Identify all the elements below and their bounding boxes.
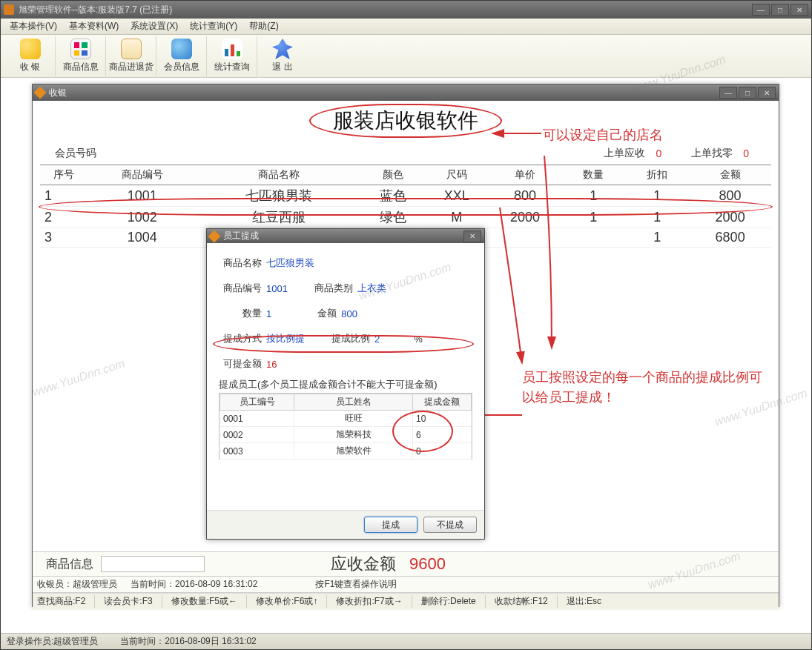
status-outer-now: 当前时间：2016-08-09日 16:31:02 [120, 635, 256, 648]
commission-ok-button[interactable]: 提成 [364, 517, 417, 533]
chart-icon [222, 39, 242, 59]
toolbar-member[interactable]: 会员信息 [156, 36, 207, 76]
dlg-method-value: 按比例提 [266, 332, 305, 345]
col-size: 尺码 [425, 165, 489, 185]
dlg-amt-label: 金额 [294, 307, 337, 320]
emp-row[interactable]: 0003旭荣软件0 [220, 443, 472, 460]
users-icon [171, 39, 192, 59]
menu-stats[interactable]: 统计查询(Y) [185, 19, 242, 34]
emp-row[interactable]: 0002旭荣科技6 [220, 427, 472, 443]
coin-icon [20, 39, 41, 59]
cashier-close[interactable]: ✕ [758, 87, 776, 99]
product-info-row: 商品信息 应收金额 9600 [33, 551, 779, 577]
clipboard-icon [121, 39, 142, 59]
store-title: 服装店收银软件 [309, 104, 502, 138]
last-change-value: 0 [743, 147, 749, 159]
emp-col-amt: 提成金额 [413, 394, 472, 411]
maximize-button[interactable]: □ [771, 4, 789, 16]
toolbar-stats[interactable]: 统计查询 [207, 36, 257, 76]
commission-title: 员工提成 [223, 230, 259, 242]
toolbar-exit[interactable]: 退 出 [257, 36, 308, 76]
dlg-product-name-label: 商品名称 [219, 256, 262, 270]
col-color: 颜色 [361, 165, 425, 185]
product-info-input[interactable] [101, 556, 205, 572]
commission-close[interactable]: ✕ [463, 231, 481, 242]
menubar: 基本操作(V) 基本资料(W) 系统设置(X) 统计查询(Y) 帮助(Z) [1, 19, 811, 35]
menu-basic-data[interactable]: 基本资料(W) [65, 19, 123, 34]
emp-row[interactable]: 0001旺旺10 [220, 411, 472, 427]
status-now-value: 2016-08-09 16:31:02 [175, 579, 257, 589]
commission-dialog: 员工提成 ✕ 商品名称 七匹狼男装 商品编号 1001 [206, 228, 485, 540]
col-name: 商品名称 [197, 165, 360, 185]
cashier-icon [34, 87, 47, 99]
dlg-ratio-unit: % [414, 334, 423, 345]
commission-employee-table[interactable]: 员工编号 员工姓名 提成金额 0001旺旺100002旭荣科技60003旭荣软件… [219, 394, 472, 460]
cashier-header-row: 会员号码 上单应收 0 上单找零 0 [40, 144, 771, 165]
sk-f5: 修改数量:F5或← [171, 595, 247, 608]
commission-titlebar: 员工提成 ✕ [207, 229, 484, 243]
dlg-cat-label: 商品类别 [310, 282, 353, 295]
col-seq: 序号 [40, 165, 88, 185]
sk-f12: 收款结帐:F12 [495, 595, 558, 608]
minimize-button[interactable]: — [752, 4, 770, 16]
sk-esc: 退出:Esc [567, 595, 610, 608]
app-icon [4, 4, 14, 15]
emp-col-name: 员工姓名 [294, 394, 413, 411]
table-row[interactable]: 11001七匹狼男装蓝色XXL80011800 [40, 185, 771, 207]
emp-col-id: 员工编号 [220, 394, 294, 411]
dlg-cat-value: 上衣类 [357, 282, 386, 295]
toolbar-cashier-label: 收 银 [20, 61, 40, 73]
toolbar-member-label: 会员信息 [164, 61, 199, 73]
total-due-value: 9600 [409, 554, 446, 574]
dlg-note: 提成员工(多个员工提成金额合计不能大于可提金额) [219, 378, 472, 391]
menu-basic-ops[interactable]: 基本操作(V) [5, 19, 62, 34]
menu-help[interactable]: 帮助(Z) [245, 19, 283, 34]
close-button[interactable]: ✕ [790, 4, 808, 16]
person-exit-icon [272, 39, 293, 59]
member-label: 会员号码 [55, 147, 96, 160]
col-amount: 金额 [689, 165, 771, 185]
dlg-code-label: 商品编号 [219, 282, 262, 295]
toolbar-stock[interactable]: 商品进退货 [106, 36, 156, 76]
dlg-qty-value: 1 [266, 308, 271, 319]
app-window: 旭荣管理软件--版本:服装版7.7 (已注册) — □ ✕ 基本操作(V) 基本… [0, 0, 812, 650]
col-qty: 数量 [561, 165, 625, 185]
dlg-avail-label: 可提金额 [219, 357, 262, 371]
cashier-maximize[interactable]: □ [739, 87, 756, 99]
dlg-product-name-value: 七匹狼男装 [266, 256, 314, 270]
sk-f6: 修改单价:F6或↑ [256, 595, 327, 608]
sk-f3: 读会员卡:F3 [104, 595, 162, 608]
total-due-label: 应收金额 [331, 553, 396, 575]
app-titlebar: 旭荣管理软件--版本:服装版7.7 (已注册) — □ ✕ [1, 1, 811, 19]
status-now-label: 当前时间： [131, 579, 175, 589]
grid-icon [70, 39, 91, 59]
dialog-button-row: 提成 不提成 [207, 510, 484, 539]
commission-cancel-button[interactable]: 不提成 [423, 517, 477, 533]
sk-del: 删除行:Delete [421, 595, 486, 608]
cashier-status-row-2: 查找商品:F2 读会员卡:F3 修改数量:F5或← 修改单价:F6或↑ 修改折扣… [33, 593, 779, 609]
menu-system-setting[interactable]: 系统设置(X) [126, 19, 182, 34]
toolbar-stock-label: 商品进退货 [109, 61, 154, 73]
cashier-window-title: 收银 [49, 87, 67, 99]
cashier-status-row-1: 收银员：超级管理员 当前时间：2016-08-09 16:31:02 按F1键查… [33, 577, 779, 593]
sk-f2: 查找商品:F2 [37, 595, 95, 608]
dialog-icon [208, 230, 221, 242]
cashier-minimize[interactable]: — [719, 87, 737, 99]
toolbar-exit-label: 退 出 [272, 61, 292, 73]
sk-f7: 修改折扣:F7或→ [336, 595, 412, 608]
toolbar-cashier[interactable]: 收 银 [5, 36, 56, 76]
app-status-bar: 登录操作员:超级管理员 当前时间：2016-08-09日 16:31:02 [1, 633, 811, 649]
dlg-code-value: 1001 [266, 283, 288, 294]
col-price: 单价 [489, 165, 561, 185]
dlg-qty-label: 数量 [219, 307, 262, 320]
table-row[interactable]: 21002红豆西服绿色M2000112000 [40, 207, 771, 228]
dlg-avail-value: 16 [266, 359, 277, 370]
status-operator: 登录操作员:超级管理员 [7, 635, 98, 648]
last-receivable-value: 0 [656, 147, 661, 159]
product-info-label: 商品信息 [46, 557, 93, 572]
dlg-method-label: 提成方式 [219, 332, 262, 345]
status-cashier: 收银员：超级管理员 [37, 578, 117, 591]
dlg-ratio-value: 2 [374, 334, 380, 345]
toolbar-product-info[interactable]: 商品信息 [56, 36, 106, 76]
main-toolbar: 收 银 商品信息 商品进退货 会员信息 统计查询 退 出 [1, 35, 811, 78]
